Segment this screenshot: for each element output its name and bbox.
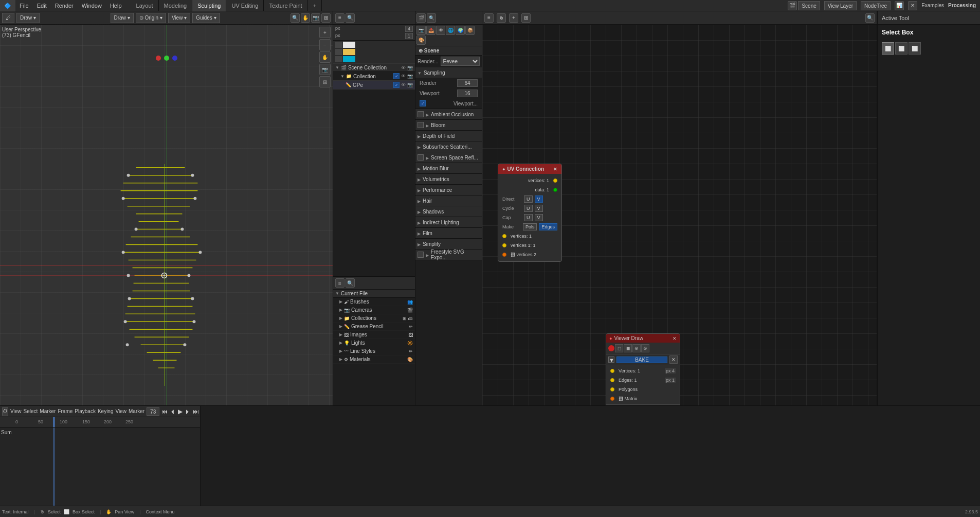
render-icon-header[interactable]: 🎬 (416, 13, 426, 23)
viewport-grid[interactable]: ⊞ (321, 13, 331, 23)
viewer-node-close[interactable]: ✕ (673, 336, 677, 341)
rp-material-icon[interactable]: 🎨 (416, 35, 426, 45)
timeline-content[interactable]: Sum (0, 427, 200, 506)
cap-u-btn[interactable]: U (524, 214, 533, 221)
uv-connection-node[interactable]: ● UV Connection ✕ vertices: 1 data: 1 (498, 164, 562, 262)
window-menu[interactable]: Window (78, 0, 106, 11)
render-value[interactable]: 64 (457, 79, 478, 87)
render-menu[interactable]: Render (51, 0, 78, 11)
swatch-cyan[interactable] (343, 56, 355, 62)
viewport-guides-btn[interactable]: Guides ▾ (192, 13, 220, 23)
perf-header[interactable]: Performance (415, 185, 482, 195)
ssr-toggle[interactable] (418, 154, 424, 161)
make-edges-btn[interactable]: Edges (539, 223, 557, 230)
render-icon[interactable]: 📷 (407, 65, 413, 70)
play-btn[interactable]: ▶ (178, 408, 183, 415)
dof-header[interactable]: Depth of Field (415, 131, 482, 141)
zoom-out-btn[interactable]: − (319, 39, 331, 50)
direct-v-btn[interactable]: V (535, 195, 543, 203)
fb-cameras[interactable]: ▶ 📷 Cameras 🎬 (333, 306, 415, 314)
blender-menu[interactable]: 🔷 (0, 0, 15, 11)
rp-output-icon[interactable]: 📤 (426, 26, 435, 35)
select-box-icon-1[interactable]: ⬜ (882, 42, 894, 55)
bloom-header[interactable]: Bloom (415, 120, 482, 130)
collection-eye-icon[interactable]: 📷 (407, 74, 413, 79)
prev-frame-btn[interactable]: ⏴ (170, 408, 176, 415)
tl-view2-menu[interactable]: View (115, 408, 126, 414)
ao-header[interactable]: Ambient Occlusion (415, 109, 482, 119)
outliner-gpe[interactable]: ✏️ GPe 👁 📷 (333, 81, 415, 90)
fb-collections[interactable]: ▶ 📁 Collections ⊞ 🗃 (333, 314, 415, 323)
nodetree-selector[interactable]: NodeTree (861, 1, 891, 10)
workspace-modeling[interactable]: Modeling (159, 0, 193, 11)
viewer-polygons-socket[interactable] (610, 387, 614, 391)
vertices2-socket-in[interactable] (502, 253, 506, 257)
film-header[interactable]: Film (415, 228, 482, 238)
px-val-1[interactable]: 4 (405, 26, 413, 32)
viewport-origin-btn[interactable]: ⊙ Origin ▾ (136, 13, 166, 23)
viewer-edges-socket[interactable] (610, 378, 614, 382)
make-pols-btn[interactable]: Pols (523, 223, 537, 230)
fb-lights[interactable]: ▶ 💡 Lights 🔆 (333, 339, 415, 347)
il-header[interactable]: Indirect Lighting (415, 217, 482, 227)
tl-marker2-menu[interactable]: Marker (129, 408, 144, 414)
rp-camera-icon[interactable]: 📷 (416, 26, 426, 35)
cycle-v-btn[interactable]: V (535, 205, 543, 212)
fb-current-file[interactable]: ▼ Current File (333, 290, 415, 298)
fb-line-styles[interactable]: ▶ 〰 Line Styles ✏ (333, 347, 415, 355)
ne-add-icon[interactable]: + (509, 13, 518, 23)
view-layer-selector[interactable]: View Layer (824, 1, 857, 10)
tl-view-menu[interactable]: View (10, 408, 22, 414)
cycle-u-btn[interactable]: U (524, 205, 533, 212)
viewport-view-btn[interactable]: View ▾ (168, 13, 190, 23)
grid-tool-btn[interactable]: ⊞ (319, 76, 331, 87)
fb-grease-pencil[interactable]: ▶ ✏️ Grease Pencil ✏ (333, 323, 415, 331)
viewport-camera[interactable]: 📷 (311, 13, 320, 23)
tl-icon[interactable]: ⏱ (2, 407, 8, 416)
freestyle-header[interactable]: Freestyle SVG Expo... (415, 249, 482, 260)
workspace-texture[interactable]: Texture Paint (264, 0, 307, 11)
vertices1-socket-in[interactable] (502, 234, 506, 238)
ne-node-icon[interactable]: ⊞ (521, 13, 531, 23)
next-frame-btn[interactable]: ⏵ (185, 408, 191, 415)
hair-header[interactable]: Hair (415, 195, 482, 206)
edit-menu[interactable]: Edit (33, 0, 51, 11)
swatch-white[interactable] (343, 42, 355, 48)
tl-frame-menu[interactable]: Frame (58, 408, 72, 414)
bloom-toggle[interactable] (418, 122, 424, 128)
tl-marker-menu[interactable]: Marker (40, 408, 56, 414)
scene-selector[interactable]: Scene (798, 1, 820, 10)
rp-world-icon[interactable]: 🌍 (456, 26, 465, 35)
viewer-icon-4[interactable]: ⊗ (641, 344, 649, 352)
sampling-header[interactable]: Sampling (415, 67, 482, 78)
file-menu[interactable]: File (15, 0, 33, 11)
fb-view-icon[interactable]: ≡ (335, 278, 344, 288)
ssr-header[interactable]: Screen Space Refl... (415, 152, 482, 163)
workspace-sculpting[interactable]: Sculpting (192, 0, 226, 11)
viewport-mode-icon[interactable]: 🖊 (2, 13, 14, 23)
bake-button[interactable]: BAKE (616, 356, 667, 363)
gpe-render-icon[interactable]: 📷 (407, 82, 413, 87)
viewport-zoom-in[interactable]: 🔍 (291, 13, 300, 23)
vol-header[interactable]: Volumetrics (415, 174, 482, 184)
vertices-socket-out[interactable] (553, 179, 557, 183)
timeline-ruler[interactable]: 0 50 100 150 200 250 (0, 417, 200, 427)
eye-icon[interactable]: 👁 (401, 65, 406, 70)
play-backward-btn[interactable]: ⏮ (161, 408, 168, 415)
shadows-header[interactable]: Shadows (415, 206, 482, 217)
ne-select-icon[interactable]: 🖱 (497, 13, 506, 23)
uv-node-close[interactable]: ✕ (553, 167, 557, 172)
viewer-matrix-socket[interactable] (610, 397, 614, 401)
gpe-visibility[interactable] (393, 82, 400, 88)
select-box-icon-3[interactable]: ⬜ (909, 42, 921, 55)
rp-object-icon[interactable]: 📦 (465, 26, 475, 35)
bake-settings-icon[interactable]: ✕ (669, 355, 678, 364)
play-forward-btn[interactable]: ⏭ (193, 408, 199, 415)
workspace-add[interactable]: + (308, 0, 322, 11)
collection-render-icon[interactable]: 👁 (401, 74, 406, 79)
px-val-2[interactable]: 1 (405, 33, 413, 39)
rp-scene-icon[interactable]: 🌐 (446, 26, 455, 35)
simplify-header[interactable]: Simplify (415, 239, 482, 249)
tl-keying-menu[interactable]: Keying (98, 408, 114, 414)
viewport-draw-btn2[interactable]: Draw ▾ (111, 13, 134, 23)
